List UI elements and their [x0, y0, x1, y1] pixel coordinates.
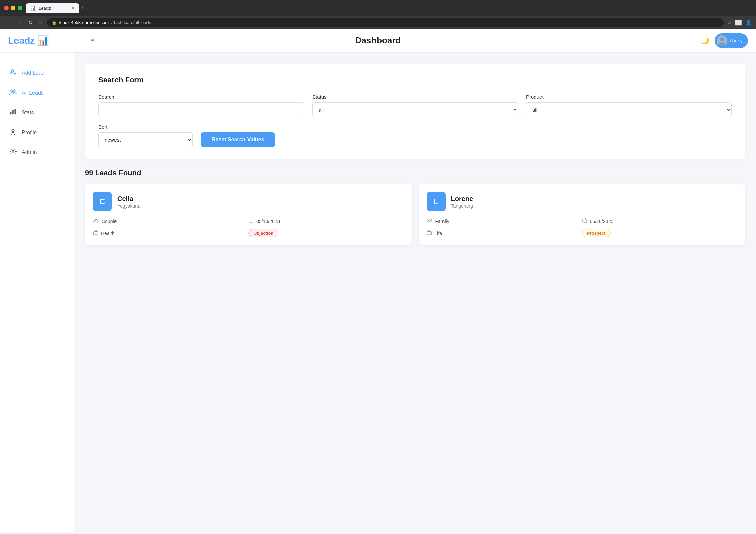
reset-search-button[interactable]: Reset Search Values [201, 132, 275, 147]
url-domain: leadz-4b58.onrender.com [59, 20, 109, 25]
svg-rect-7 [12, 110, 14, 114]
active-tab[interactable]: 📊 Leadz ✕ [26, 3, 79, 13]
sidebar-item-stats[interactable]: Stats [0, 103, 74, 122]
lock-icon: 🔒 [52, 20, 57, 25]
new-tab-button[interactable]: + [81, 5, 85, 12]
hamburger-button[interactable]: ≡ [90, 36, 95, 45]
svg-point-5 [13, 90, 15, 92]
page-title: Dashboard [355, 35, 401, 46]
lead-header: C Celia Yogyakarta [93, 192, 404, 211]
profile-icon[interactable]: 👤 [745, 19, 752, 26]
lead-date: 05/10/2023 [248, 218, 403, 225]
svg-rect-15 [93, 231, 98, 234]
product-value: Health [101, 230, 114, 236]
product-value: Life [435, 230, 442, 236]
household-value: Family [435, 219, 449, 224]
close-window-button[interactable] [4, 6, 9, 10]
date-value: 05/10/2023 [256, 219, 280, 224]
lead-header: L Lorene Tangerang [427, 192, 737, 211]
svg-point-1 [720, 37, 724, 41]
status-badge: Objection [248, 229, 278, 237]
split-view-icon[interactable]: ⬜ [735, 19, 742, 26]
sidebar-item-add-lead[interactable]: Add Lead [0, 64, 74, 82]
sidebar-item-label: All Leads [22, 90, 44, 96]
url-bar[interactable]: 🔒 leadz-4b58.onrender.com /dashboard/all… [47, 18, 724, 27]
url-path: /dashboard/all-leads [111, 20, 151, 25]
lead-card-celia[interactable]: C Celia Yogyakarta [85, 184, 412, 245]
briefcase-icon [427, 230, 432, 237]
sidebar-item-all-leads[interactable]: All Leads [0, 83, 74, 102]
tab-label: Leadz [39, 6, 51, 11]
sort-group: Sort newest oldest name-asc name-desc [98, 124, 193, 147]
top-nav: Leadz 📊 ≡ Dashboard 🌙 Ricky [0, 29, 756, 53]
lead-avatar: L [427, 192, 446, 211]
sort-select[interactable]: newest oldest name-asc name-desc [98, 132, 193, 147]
search-label: Search [98, 94, 304, 100]
maximize-window-button[interactable] [18, 6, 22, 10]
app: Leadz 📊 ≡ Dashboard 🌙 Ricky [0, 29, 756, 532]
minimize-window-button[interactable] [11, 6, 15, 10]
svg-point-17 [430, 219, 432, 221]
svg-rect-14 [249, 219, 253, 223]
leads-section: 99 Leads Found C Celia Yogyakarta [85, 169, 745, 245]
lead-status: Objection [248, 229, 403, 237]
browser-actions: ☆ ⬜ 👤 [727, 19, 752, 26]
search-group: Search [98, 94, 304, 117]
home-button[interactable]: ⌂ [37, 20, 43, 26]
svg-point-3 [11, 70, 14, 72]
svg-point-10 [11, 133, 15, 135]
refresh-button[interactable]: ↻ [27, 19, 34, 26]
sidebar-item-label: Add Lead [22, 70, 45, 76]
tab-close-button[interactable]: ✕ [71, 6, 75, 10]
lead-details: Couple 05/10/2023 [93, 218, 404, 237]
product-select[interactable]: all health life auto [526, 102, 732, 117]
search-input[interactable] [98, 102, 304, 117]
lead-card-lorene[interactable]: L Lorene Tangerang [419, 184, 746, 245]
user-menu-button[interactable]: Ricky [715, 33, 748, 48]
lead-product: Life [427, 229, 582, 237]
lead-details: Family 05/10/2023 [427, 218, 737, 237]
svg-point-12 [94, 219, 96, 221]
dark-mode-button[interactable]: 🌙 [701, 37, 709, 45]
logo: Leadz 📊 [8, 35, 82, 46]
lead-info: Lorene Tangerang [451, 195, 473, 209]
leads-grid: C Celia Yogyakarta [85, 184, 745, 245]
product-label: Product [526, 94, 732, 100]
svg-rect-19 [427, 231, 431, 234]
briefcase-icon [93, 230, 98, 237]
sort-label: Sort [98, 124, 193, 130]
household-value: Couple [102, 219, 117, 224]
svg-point-9 [12, 129, 14, 132]
address-bar: ← → ↻ ⌂ 🔒 leadz-4b58.onrender.com /dashb… [0, 16, 756, 29]
logo-chart-icon: 📊 [37, 35, 49, 46]
add-lead-icon [9, 68, 17, 77]
profile-icon [9, 128, 17, 137]
main-content: Search Form Search Status all new contac… [74, 53, 756, 532]
sidebar-item-label: Stats [22, 110, 34, 116]
svg-rect-6 [10, 112, 12, 114]
sidebar-item-profile[interactable]: Profile [0, 123, 74, 142]
lead-city: Yogyakarta [117, 203, 141, 209]
stats-icon [9, 108, 17, 117]
status-group: Status all new contacted qualified lost [312, 94, 518, 117]
back-button[interactable]: ← [4, 20, 12, 26]
sidebar-item-label: Profile [22, 130, 37, 136]
status-badge: Prospect [582, 229, 611, 237]
lead-city: Tangerang [451, 203, 473, 209]
lead-product: Health [93, 229, 248, 237]
lead-date: 05/10/2023 [582, 218, 737, 225]
sidebar-item-admin[interactable]: Admin [0, 143, 74, 162]
traffic-lights [4, 6, 22, 10]
date-value: 05/10/2023 [590, 219, 614, 224]
user-name-label: Ricky [730, 38, 743, 43]
forward-button[interactable]: → [15, 20, 24, 26]
household-icon [427, 218, 433, 225]
status-select[interactable]: all new contacted qualified lost [312, 102, 518, 117]
svg-point-16 [428, 219, 429, 221]
nav-right: 🌙 Ricky [701, 33, 748, 48]
lead-status: Prospect [582, 229, 737, 237]
bookmark-icon[interactable]: ☆ [727, 19, 732, 26]
search-form-row-2: Sort newest oldest name-asc name-desc Re… [98, 124, 732, 147]
search-form-row-1: Search Status all new contacted qualifie… [98, 94, 732, 117]
main-layout: Add Lead All Leads [0, 53, 756, 532]
